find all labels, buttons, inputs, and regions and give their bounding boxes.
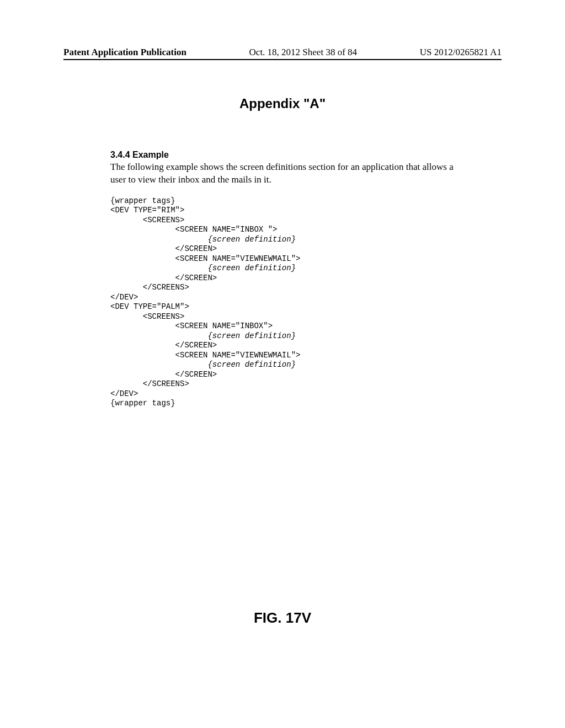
code-line: </SCREEN> [110,370,217,379]
code-line-italic: {screen definition} [110,331,296,340]
code-line: </SCREEN> [110,341,217,350]
header-right: US 2012/0265821 A1 [420,47,502,58]
code-line: <DEV TYPE="PALM"> [110,302,189,311]
figure-label: FIG. 17V [0,609,565,627]
code-line: </DEV> [110,293,138,302]
header-center: Oct. 18, 2012 Sheet 38 of 84 [249,47,357,58]
code-block: {wrapper tags} <DEV TYPE="RIM"> <SCREENS… [110,196,468,409]
code-line: </SCREENS> [110,283,189,292]
code-line: <SCREEN NAME="INBOX"> [110,322,273,330]
code-line: </SCREENS> [110,379,189,388]
code-line-italic: {screen definition} [110,360,296,369]
code-line: <SCREEN NAME="INBOX "> [110,225,277,234]
paragraph: The following example shows the screen d… [110,161,468,186]
code-line: <SCREEN NAME="VIEWNEWMAIL"> [110,351,300,360]
page-header: Patent Application Publication Oct. 18, … [63,47,502,60]
page: Patent Application Publication Oct. 18, … [0,0,565,409]
code-line: </SCREEN> [110,244,217,253]
code-line: {wrapper tags} [110,196,175,205]
code-line-italic: {screen definition} [110,235,296,244]
code-line: <SCREENS> [110,216,184,224]
code-line: {wrapper tags} [110,399,175,408]
section-heading: 3.4.4 Example [110,150,468,160]
appendix-title: Appendix "A" [63,96,502,111]
code-line: </DEV> [110,389,138,398]
header-left: Patent Application Publication [63,47,186,58]
code-line: </SCREEN> [110,274,217,282]
code-line: <DEV TYPE="RIM"> [110,206,184,215]
code-line: <SCREENS> [110,312,184,321]
code-line: <SCREEN NAME="VIEWNEWMAIL"> [110,254,300,263]
content-block: 3.4.4 Example The following example show… [110,150,468,409]
code-line-italic: {screen definition} [110,264,296,272]
